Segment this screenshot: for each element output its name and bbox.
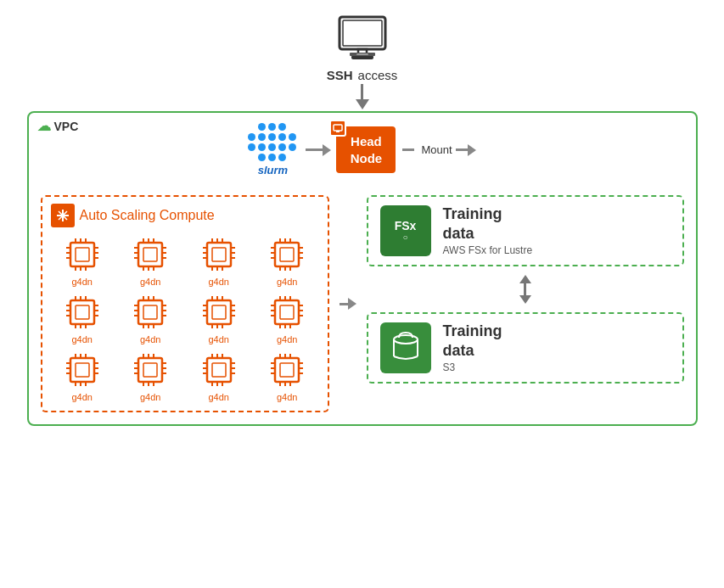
svg-rect-165 — [212, 363, 226, 377]
slurm-dots — [248, 123, 297, 162]
gpu-label: g4dn — [209, 277, 229, 287]
vpc-inner: Auto Scaling Compute — [41, 195, 684, 412]
fsx-box: FSx ○ Training data AWS FSx for Lustre — [367, 195, 684, 266]
svg-rect-81 — [76, 305, 89, 319]
s3-icon — [380, 322, 431, 373]
slurm-label: slurm — [258, 164, 288, 176]
gpu-chip-icon — [62, 234, 103, 275]
svg-rect-67 — [280, 248, 294, 261]
gpu-cell: g4dn — [51, 234, 115, 287]
gpu-cell: g4dn — [255, 292, 319, 344]
ssh-label: SSH — [327, 68, 353, 82]
svg-rect-82 — [138, 300, 162, 324]
arrow-mount-right — [456, 144, 476, 156]
auto-scaling-label: Auto Scaling Compute — [80, 208, 215, 223]
arrow-fsx-s3 — [519, 275, 531, 304]
slurm-section: slurm — [248, 123, 297, 176]
head-node-box: Head Node — [336, 126, 396, 173]
gpu-label: g4dn — [140, 334, 160, 344]
gpu-cell: g4dn — [119, 234, 182, 287]
svg-rect-39 — [143, 248, 157, 261]
s3-box: Training data S3 — [367, 312, 684, 384]
head-node-line2: Node — [351, 151, 383, 165]
arrow-slurm-head — [306, 144, 331, 156]
gpu-cell: g4dn — [188, 350, 251, 402]
svg-rect-68 — [70, 300, 94, 324]
gpu-label: g4dn — [72, 334, 93, 344]
gpu-label: g4dn — [277, 277, 297, 287]
svg-rect-6 — [334, 125, 342, 131]
svg-rect-95 — [143, 305, 157, 319]
svg-rect-179 — [280, 363, 294, 377]
gpu-cell: g4dn — [255, 350, 319, 402]
svg-rect-25 — [76, 248, 89, 261]
gpu-cell: g4dn — [119, 292, 182, 344]
gpu-label: g4dn — [140, 392, 160, 402]
arrow-ssh-down — [356, 84, 369, 109]
mount-label: Mount — [421, 143, 452, 156]
gpu-label: g4dn — [209, 392, 229, 402]
vpc-box: ☁ VPC — [27, 111, 698, 426]
svg-rect-152 — [207, 358, 231, 382]
svg-rect-96 — [207, 300, 231, 324]
gpu-cell: g4dn — [51, 292, 115, 344]
head-node-small-icon — [333, 123, 343, 133]
auto-scaling-box: Auto Scaling Compute — [41, 195, 329, 412]
svg-rect-123 — [280, 305, 294, 319]
svg-rect-40 — [207, 243, 231, 266]
svg-rect-124 — [70, 358, 94, 382]
gpu-label: g4dn — [277, 392, 297, 402]
gpu-grid: g4dn — [51, 234, 319, 402]
gpu-cell: g4dn — [188, 234, 251, 287]
svg-rect-110 — [275, 300, 299, 324]
svg-rect-109 — [212, 305, 226, 319]
access-label: access — [358, 68, 398, 82]
gpu-cell: g4dn — [119, 350, 182, 402]
asg-icon — [51, 204, 75, 227]
svg-point-180 — [394, 335, 418, 344]
svg-rect-53 — [212, 248, 226, 261]
gpu-cell: g4dn — [188, 292, 251, 344]
head-node-line1: Head — [351, 134, 382, 148]
svg-rect-7 — [336, 131, 340, 132]
diagram-container: SSH access ☁ VPC — [0, 0, 724, 588]
svg-rect-0 — [340, 17, 385, 49]
gpu-label: g4dn — [72, 277, 93, 287]
svg-rect-26 — [138, 243, 162, 266]
gpu-cell: g4dn — [51, 350, 115, 402]
svg-rect-166 — [275, 358, 299, 382]
arrow-compute-fsx — [340, 298, 356, 310]
computer-icon — [333, 15, 392, 66]
gpu-label: g4dn — [140, 277, 160, 287]
auto-scaling-header: Auto Scaling Compute — [51, 204, 319, 227]
svg-rect-151 — [143, 363, 157, 377]
fsx-icon: FSx ○ — [380, 205, 431, 256]
svg-rect-1 — [343, 20, 382, 46]
top-section: SSH access — [327, 15, 398, 82]
gpu-label: g4dn — [72, 392, 93, 402]
svg-rect-54 — [275, 243, 299, 266]
svg-rect-12 — [70, 243, 94, 266]
svg-rect-138 — [138, 358, 162, 382]
gpu-label: g4dn — [277, 334, 297, 344]
svg-rect-5 — [356, 53, 368, 55]
gpu-label: g4dn — [209, 334, 229, 344]
vpc-top-row: slurm Head Node — [41, 123, 684, 176]
arrow-head-mount — [402, 148, 414, 151]
gpu-cell: g4dn — [255, 234, 319, 287]
s3-text: Training data S3 — [443, 322, 502, 373]
fsx-text: Training data AWS FSx for Lustre — [443, 205, 533, 256]
svg-rect-137 — [76, 363, 89, 377]
storage-section: FSx ○ Training data AWS FSx for Lustre — [367, 195, 684, 412]
